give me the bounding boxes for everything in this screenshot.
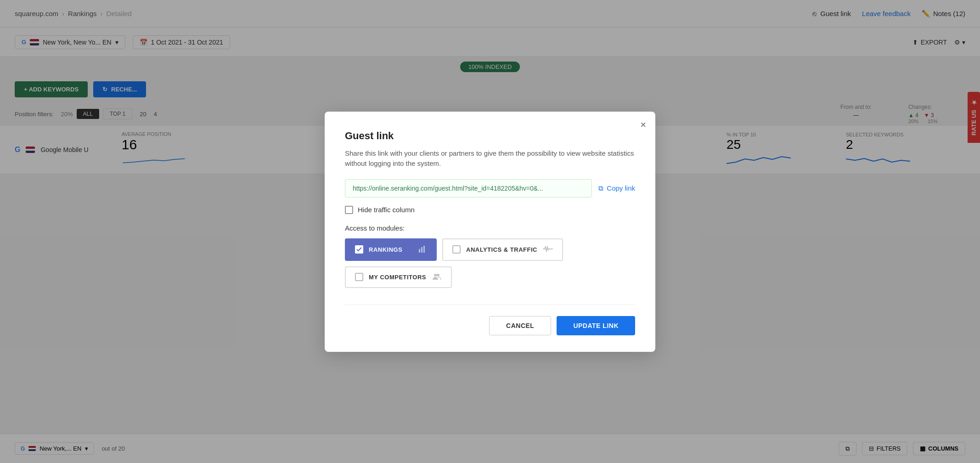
people-icon	[432, 273, 442, 282]
module-competitors-button[interactable]: MY COMPETITORS	[345, 266, 452, 288]
svg-point-3	[434, 274, 437, 277]
update-link-button[interactable]: UPDATE LINK	[557, 316, 635, 335]
hide-traffic-checkbox[interactable]	[345, 206, 353, 214]
copy-link-button[interactable]: ⧉ Copy link	[598, 184, 635, 192]
modal-description: Share this link with your clients or par…	[345, 148, 635, 169]
modal-footer: CANCEL UPDATE LINK	[345, 305, 635, 335]
rankings-label: RANKINGS	[369, 246, 402, 253]
modal-overlay: × Guest link Share this link with your c…	[0, 0, 980, 463]
copy-icon: ⧉	[598, 184, 603, 192]
competitors-checkbox	[355, 273, 363, 281]
bar-chart-icon	[418, 245, 427, 254]
svg-rect-1	[421, 247, 422, 253]
cancel-button[interactable]: CANCEL	[489, 316, 551, 335]
rankings-checkbox	[355, 245, 363, 254]
module-analytics-button[interactable]: ANALYTICS & TRAFFIC	[442, 238, 563, 261]
competitors-label: MY COMPETITORS	[369, 274, 426, 281]
competitors-icon-svg	[432, 273, 442, 280]
modules-grid: RANKINGS ANALYTICS & TRAFFIC	[345, 238, 635, 288]
pulse-icon	[543, 245, 553, 254]
svg-rect-0	[419, 249, 420, 253]
hide-traffic-row: Hide traffic column	[345, 206, 635, 214]
copy-link-label: Copy link	[607, 184, 635, 192]
guest-link-modal: × Guest link Share this link with your c…	[325, 112, 655, 352]
modal-title: Guest link	[345, 130, 635, 142]
link-input[interactable]	[345, 179, 592, 198]
link-row: ⧉ Copy link	[345, 179, 635, 198]
module-rankings-button[interactable]: RANKINGS	[345, 238, 437, 261]
traffic-icon	[543, 245, 553, 253]
hide-traffic-label: Hide traffic column	[358, 206, 415, 214]
rankings-icon	[418, 245, 427, 253]
svg-point-4	[437, 274, 439, 277]
access-modules-label: Access to modules:	[345, 224, 635, 232]
check-icon	[356, 247, 362, 252]
svg-rect-2	[423, 246, 425, 253]
analytics-checkbox	[452, 245, 461, 254]
modal-close-button[interactable]: ×	[640, 120, 646, 130]
analytics-label: ANALYTICS & TRAFFIC	[466, 246, 537, 253]
